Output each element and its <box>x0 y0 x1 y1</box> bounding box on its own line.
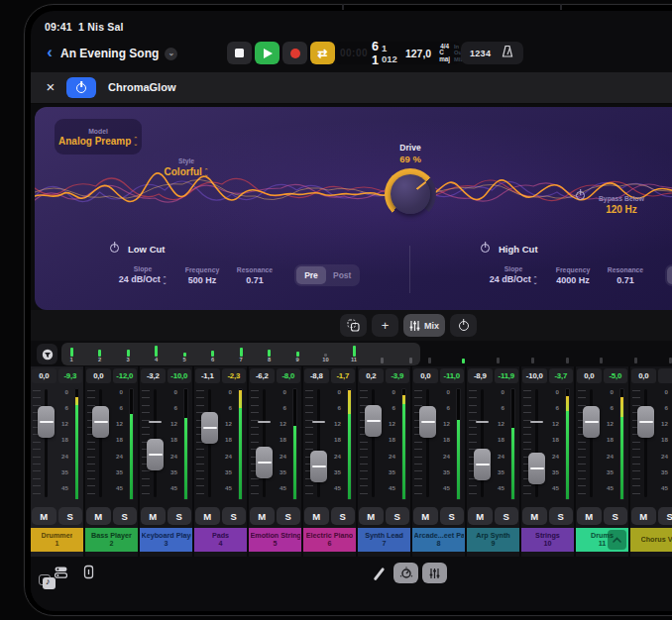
mute-button[interactable]: M <box>468 507 493 525</box>
fader-handle[interactable] <box>419 406 436 438</box>
mute-button[interactable]: M <box>631 507 656 525</box>
solo-button[interactable]: S <box>168 507 192 525</box>
solo-button[interactable]: S <box>549 507 574 525</box>
song-title-menu[interactable]: An Evening Song ⌄ <box>60 43 177 64</box>
track-tab[interactable]: Arp Synth 9 <box>467 528 519 552</box>
stop-button[interactable] <box>227 42 252 64</box>
plugin-power-button[interactable] <box>66 77 96 98</box>
plugins-button[interactable] <box>54 566 68 583</box>
bypass-below-control[interactable]: Bypass Below 120 Hz <box>590 195 653 215</box>
channel-strip: -8,8 -1,7 061218243545 M S Electric Pian… <box>303 366 356 557</box>
pre-button[interactable]: Pre <box>667 266 672 284</box>
style-selector[interactable]: Style Colorful⌃⌄ <box>152 157 221 177</box>
mute-button[interactable]: M <box>250 507 275 525</box>
fader-handle[interactable] <box>256 447 273 478</box>
pencil-edit-button[interactable] <box>374 568 385 580</box>
fader-handle[interactable] <box>474 449 491 480</box>
track-tab[interactable]: Chorus V <box>630 528 672 552</box>
solo-button[interactable]: S <box>222 507 247 525</box>
drive-knob[interactable]: Drive 69 % <box>373 143 448 220</box>
track-tab[interactable]: Electric Piano 6 <box>303 528 356 552</box>
controls-button[interactable] <box>393 563 418 583</box>
mute-button[interactable]: M <box>413 507 438 525</box>
peak-readout: -8,0 <box>277 368 301 383</box>
fader-handle[interactable] <box>528 453 545 484</box>
play-button[interactable] <box>255 42 280 64</box>
solo-button[interactable]: S <box>58 507 83 525</box>
overview-offscreen-region[interactable] <box>425 343 672 365</box>
fader-handle[interactable] <box>147 439 164 470</box>
close-plugin-button[interactable]: × <box>43 79 58 95</box>
fader-ticks <box>196 390 204 498</box>
collapse-chevron-button[interactable] <box>608 530 626 550</box>
lcd-display[interactable]: 00:00 6 1 1 012 127,0 4/4C maj In OutMID… <box>335 42 460 64</box>
mute-button[interactable]: M <box>195 507 220 525</box>
resonance-control[interactable]: Resonance 0.71 <box>600 266 651 285</box>
overview-visible-region[interactable]: 1234567891011 <box>61 343 420 365</box>
mixer-button[interactable] <box>422 563 447 583</box>
solo-button[interactable]: S <box>277 507 301 525</box>
model-selector[interactable]: Model Analog Preamp⌃⌄ <box>55 119 142 155</box>
mute-button[interactable]: M <box>32 507 56 525</box>
fader-handle[interactable] <box>583 406 600 438</box>
record-button[interactable] <box>282 42 307 64</box>
solo-button[interactable]: S <box>495 507 519 525</box>
mute-button[interactable]: M <box>86 507 111 525</box>
solo-button[interactable]: S <box>658 507 672 525</box>
fader-handle[interactable] <box>201 412 218 444</box>
track-tab[interactable]: Keyboard Player 3 <box>140 528 192 552</box>
solo-button[interactable]: S <box>604 507 628 525</box>
back-button[interactable]: ‹ <box>41 43 58 64</box>
solo-button[interactable]: S <box>113 507 138 525</box>
fader-handle[interactable] <box>38 406 55 438</box>
track-tab[interactable]: Pads 4 <box>194 528 247 552</box>
duplicate-button[interactable] <box>340 314 367 337</box>
meter-fill <box>620 417 623 499</box>
low-cut-power-button[interactable] <box>110 244 119 255</box>
track-tab[interactable]: Emotion Strings 5 <box>249 528 301 552</box>
level-control[interactable]: Level 0.0 <box>661 215 672 235</box>
track-number: 5 <box>274 540 278 549</box>
track-tab[interactable]: Synth Lead 7 <box>358 528 410 552</box>
track-tab[interactable]: Drums 11 <box>576 528 628 552</box>
mute-button[interactable]: M <box>304 507 329 525</box>
slope-selector[interactable]: Slope 24 dB/Oct⌃⌄ <box>481 265 546 284</box>
metronome-button[interactable] <box>501 45 514 62</box>
fader-handle[interactable] <box>637 406 654 438</box>
fader-handle[interactable] <box>92 406 109 438</box>
mute-button[interactable]: M <box>141 507 166 525</box>
track-tab[interactable]: Drummer 1 <box>31 528 83 552</box>
solo-button[interactable]: S <box>440 507 465 525</box>
solo-button[interactable]: S <box>331 507 356 525</box>
track-tab[interactable]: Strings 10 <box>521 528 574 552</box>
high-cut-power-button[interactable] <box>481 244 490 255</box>
port-button[interactable] <box>83 565 94 583</box>
pre-button[interactable]: Pre <box>296 266 326 284</box>
filter-button[interactable] <box>37 344 57 364</box>
drive-knob-dial[interactable] <box>385 168 436 220</box>
overview-meter <box>460 345 468 363</box>
frequency-control[interactable]: Frequency 4000 Hz <box>546 266 600 285</box>
post-button[interactable]: Post <box>326 266 358 284</box>
mute-button[interactable]: M <box>522 507 547 525</box>
track-tab[interactable]: Arcade...eet Pad 8 <box>412 528 465 552</box>
meter-fill <box>75 405 78 499</box>
count-in-button[interactable]: 1234 <box>470 49 491 58</box>
mute-button[interactable]: M <box>359 507 384 525</box>
channel-readouts: -8,8 -1,7 <box>303 366 356 385</box>
mix-toggle-button[interactable]: Mix <box>403 314 445 337</box>
solo-button[interactable]: S <box>386 507 410 525</box>
channel-strip: 0,0 -12,0 061218243545 M S Bass Player 2 <box>85 366 138 557</box>
resonance-control[interactable]: Resonance 0.71 <box>229 266 280 285</box>
mute-button[interactable]: M <box>577 507 602 525</box>
cycle-button[interactable]: ⇄ <box>310 42 335 64</box>
mixer-power-button[interactable] <box>450 314 477 337</box>
add-track-button[interactable]: + <box>372 314 398 337</box>
slope-selector[interactable]: Slope 24 dB/Oct⌃⌄ <box>110 265 175 284</box>
track-tab[interactable]: Bass Player 2 <box>85 528 138 552</box>
fader-handle[interactable] <box>310 451 327 482</box>
fader-handle[interactable] <box>365 405 382 437</box>
power-icon <box>576 191 585 200</box>
frequency-control[interactable]: Frequency 500 Hz <box>175 266 229 285</box>
overview-meter: 4 <box>153 345 161 363</box>
